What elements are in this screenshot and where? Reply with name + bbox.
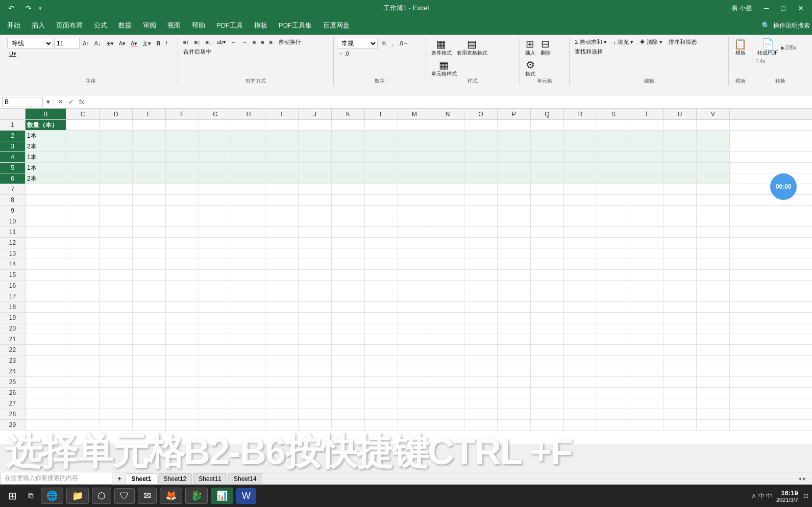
cell-S1[interactable] (597, 120, 630, 130)
cell-I10[interactable] (265, 216, 299, 226)
cell-B6[interactable]: 2本 (26, 173, 66, 184)
cell-C2[interactable] (66, 131, 100, 141)
cell-L13[interactable] (365, 248, 398, 259)
cell-T28[interactable] (630, 409, 663, 419)
cell-K6[interactable] (332, 173, 365, 184)
row-num-7[interactable]: 7 (0, 184, 26, 194)
cell-N19[interactable] (431, 313, 464, 323)
row-num-14[interactable]: 14 (0, 259, 26, 269)
cell-U9[interactable] (663, 206, 697, 216)
cell-F21[interactable] (166, 334, 199, 344)
cell-D2[interactable] (100, 131, 133, 141)
indent-decrease-btn[interactable]: ← (229, 39, 239, 46)
cell-I5[interactable] (265, 163, 299, 173)
cell-T1[interactable] (630, 120, 663, 130)
cell-U6[interactable] (663, 173, 697, 184)
comma-btn[interactable]: , (390, 40, 396, 47)
col-header-s[interactable]: S (597, 109, 630, 119)
cell-N18[interactable] (431, 302, 464, 312)
cell-R9[interactable] (564, 206, 597, 216)
cell-E12[interactable] (133, 238, 166, 248)
cell-C22[interactable] (66, 345, 100, 355)
cell-D13[interactable] (100, 248, 133, 259)
cell-G13[interactable] (199, 248, 232, 259)
cell-P29[interactable] (498, 420, 531, 430)
delete-btn[interactable]: ⊟ 删除 (538, 38, 553, 58)
cell-E23[interactable] (133, 356, 166, 366)
cell-B19[interactable] (26, 313, 66, 323)
cell-T15[interactable] (630, 270, 663, 280)
cell-S3[interactable] (597, 141, 630, 151)
cell-G29[interactable] (199, 420, 232, 430)
cell-J22[interactable] (299, 345, 332, 355)
cell-P24[interactable] (498, 366, 531, 376)
cancel-formula-btn[interactable]: ✕ (56, 98, 65, 106)
cell-F15[interactable] (166, 270, 199, 280)
cell-R29[interactable] (564, 420, 597, 430)
cell-K19[interactable] (332, 313, 365, 323)
cell-F2[interactable] (166, 131, 199, 141)
cell-M13[interactable] (398, 248, 431, 259)
cell-P3[interactable] (498, 141, 531, 151)
cell-N26[interactable] (431, 388, 464, 398)
cell-N25[interactable] (431, 377, 464, 387)
cell-K16[interactable] (332, 281, 365, 291)
cell-C25[interactable] (66, 377, 100, 387)
taskbar-mail[interactable]: ✉ (138, 488, 157, 504)
cell-R6[interactable] (564, 173, 597, 184)
cell-B18[interactable] (26, 302, 66, 312)
cell-O4[interactable] (464, 152, 498, 162)
cell-V19[interactable] (697, 313, 730, 323)
cell-E8[interactable] (133, 195, 166, 205)
cell-H3[interactable] (232, 141, 265, 151)
cell-L24[interactable] (365, 366, 398, 376)
cell-C3[interactable] (66, 141, 100, 151)
cell-E11[interactable] (133, 227, 166, 237)
col-header-m[interactable]: M (398, 109, 431, 119)
cell-K2[interactable] (332, 131, 365, 141)
cell-K14[interactable] (332, 259, 365, 269)
cell-O21[interactable] (464, 334, 498, 344)
col-header-h[interactable]: H (232, 109, 265, 119)
cell-F3[interactable] (166, 141, 199, 151)
cell-P21[interactable] (498, 334, 531, 344)
cell-G23[interactable] (199, 356, 232, 366)
cell-G14[interactable] (199, 259, 232, 269)
cell-Q18[interactable] (531, 302, 564, 312)
fill-btn[interactable]: ↓ 填充 ▾ (611, 38, 635, 46)
cell-H4[interactable] (232, 152, 265, 162)
cell-R15[interactable] (564, 270, 597, 280)
cell-U12[interactable] (663, 238, 697, 248)
cell-L23[interactable] (365, 356, 398, 366)
cell-N13[interactable] (431, 248, 464, 259)
cell-C10[interactable] (66, 216, 100, 226)
cell-D25[interactable] (100, 377, 133, 387)
cell-R22[interactable] (564, 345, 597, 355)
decimal-decrease-btn[interactable]: ←.0 (337, 50, 351, 57)
cell-B14[interactable] (26, 259, 66, 269)
cell-J14[interactable] (299, 259, 332, 269)
cell-O23[interactable] (464, 356, 498, 366)
cell-E16[interactable] (133, 281, 166, 291)
cell-K26[interactable] (332, 388, 365, 398)
cell-N8[interactable] (431, 195, 464, 205)
cell-U13[interactable] (663, 248, 697, 259)
cell-F27[interactable] (166, 398, 199, 409)
cell-M8[interactable] (398, 195, 431, 205)
cell-M26[interactable] (398, 388, 431, 398)
cell-Q13[interactable] (531, 248, 564, 259)
menu-start[interactable]: 开始 (2, 19, 26, 32)
col-header-j[interactable]: J (299, 109, 332, 119)
row-num-23[interactable]: 23 (0, 356, 26, 366)
cell-B24[interactable] (26, 366, 66, 376)
cell-S19[interactable] (597, 313, 630, 323)
cell-R28[interactable] (564, 409, 597, 419)
cell-J1[interactable] (299, 120, 332, 130)
cell-S4[interactable] (597, 152, 630, 162)
cell-L28[interactable] (365, 409, 398, 419)
cell-S23[interactable] (597, 356, 630, 366)
cell-S14[interactable] (597, 259, 630, 269)
cell-G5[interactable] (199, 163, 232, 173)
cell-O3[interactable] (464, 141, 498, 151)
cell-I4[interactable] (265, 152, 299, 162)
